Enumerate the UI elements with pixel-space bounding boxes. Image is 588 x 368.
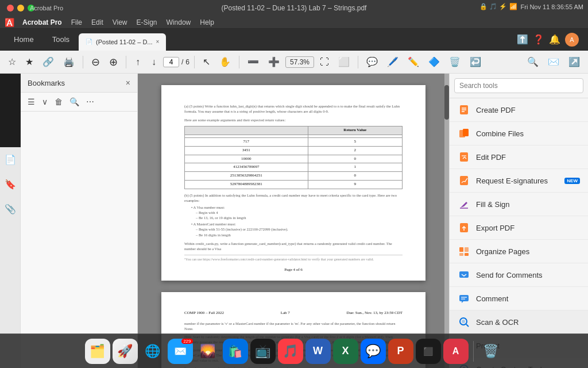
dock-powerpoint[interactable]: P	[388, 339, 413, 364]
page-number-input[interactable]	[163, 57, 179, 67]
dock-excel[interactable]: X	[333, 339, 358, 364]
bookmarks-close-btn[interactable]: ×	[126, 78, 130, 87]
sidebar-pages-icon[interactable]: 📄	[2, 152, 18, 167]
notifications-icon[interactable]: 🔔	[549, 34, 560, 45]
zoom-in-btn[interactable]: ⊕	[106, 53, 121, 71]
dock-messenger[interactable]: 💬	[361, 339, 386, 364]
svg-rect-13	[465, 247, 469, 252]
mail-btn[interactable]: ✉️	[544, 54, 563, 70]
marquee-zoom-btn[interactable]: ⬜	[335, 54, 353, 70]
export-pdf-icon	[458, 221, 470, 234]
draw-btn[interactable]: ✏️	[404, 54, 423, 70]
share-toolbar-btn[interactable]: ↗️	[565, 54, 583, 70]
tool-comment[interactable]: Comment	[450, 287, 588, 310]
dock-finder[interactable]: 🗂️	[85, 339, 110, 364]
bookmarks-title: Bookmarks	[28, 79, 65, 87]
bookmark-page-btn[interactable]: ☆	[5, 54, 20, 70]
menu-file[interactable]: File	[68, 17, 86, 28]
help-icon[interactable]: ❓	[533, 34, 544, 45]
bookmark-expand-btn[interactable]: ∨	[40, 96, 50, 108]
tool-create-pdf[interactable]: Create PDF	[450, 98, 588, 122]
tool-edit-pdf[interactable]: Edit PDF	[450, 145, 588, 169]
tool-scan-ocr[interactable]: Scan & OCR	[450, 310, 588, 334]
cursor-tool[interactable]: ↖	[199, 54, 214, 70]
zoom-level[interactable]: 57.3%	[285, 56, 314, 68]
minus-tool[interactable]: ➖	[244, 54, 262, 70]
prev-page-btn[interactable]: ↑	[131, 55, 145, 70]
menu-esign[interactable]: E-Sign	[133, 17, 161, 28]
menu-edit[interactable]: Edit	[88, 17, 107, 28]
right-panel: Create PDF Combine Files Edit PDF Reques…	[449, 74, 588, 368]
dock-trash[interactable]: 🗑️	[478, 339, 504, 364]
dock-word[interactable]: W	[305, 339, 331, 364]
close-button[interactable]	[7, 5, 14, 12]
svg-rect-17	[459, 295, 469, 301]
tab-close-btn[interactable]: ×	[156, 39, 160, 45]
menu-view[interactable]: View	[109, 17, 131, 28]
dock-mail[interactable]: ✉️ 229	[168, 339, 193, 364]
user-avatar[interactable]: A	[565, 33, 579, 47]
tool-combine-files[interactable]: Combine Files	[450, 122, 588, 145]
bookmark-list-view[interactable]: ☰	[25, 96, 37, 108]
print-btn[interactable]: 🖨️	[60, 54, 78, 70]
search-tools-input[interactable]	[454, 78, 583, 93]
tool-organize-pages[interactable]: Organize Pages	[450, 240, 588, 263]
undo-btn[interactable]: ↩️	[466, 54, 485, 70]
tab-home[interactable]: Home	[5, 32, 43, 47]
bookmark-delete-btn[interactable]: 🗑	[52, 96, 65, 108]
svg-line-23	[466, 324, 469, 327]
plus-tool[interactable]: ➕	[265, 54, 283, 70]
dock-launchpad[interactable]: 🚀	[113, 339, 138, 364]
separator-1	[83, 56, 83, 68]
page4-footnote: ¹You can use https://www.freeformatter.c…	[184, 255, 403, 262]
table-col-return: Return Value	[308, 126, 402, 135]
favorite-btn[interactable]: ★	[22, 54, 37, 70]
search-btn[interactable]: 🔍	[524, 54, 542, 70]
sidebar-bookmarks-icon[interactable]: 🔖	[2, 177, 18, 192]
dock-terminal[interactable]: ⬛	[416, 339, 441, 364]
delete-btn[interactable]: 🗑️	[446, 54, 464, 70]
svg-rect-15	[465, 253, 469, 256]
stamp-btn[interactable]: 🔷	[425, 54, 443, 70]
tool-request-esignatures[interactable]: Request E-signatures NEW	[450, 169, 588, 193]
tab-active-document[interactable]: 📄 (Posted 11-02 – D... ×	[79, 33, 166, 51]
tool-fill-sign[interactable]: Fill & Sign	[450, 193, 588, 216]
tool-export-pdf[interactable]: Export PDF	[450, 216, 588, 240]
separator-3	[194, 56, 195, 68]
share-icon[interactable]: ⬆️	[517, 34, 528, 45]
page4-mc-sub1: – Begin with 51-55 (inclusive) or 222100…	[196, 227, 403, 232]
highlight-btn[interactable]: 🖊️	[384, 54, 402, 70]
edit-pdf-icon	[458, 151, 470, 163]
dock-photos[interactable]: 🌄	[195, 339, 220, 364]
bookmark-search-btn[interactable]: 🔍	[67, 96, 82, 108]
menu-window[interactable]: Window	[163, 17, 195, 28]
page4b-header-left: COMP 1900 – Fall 2022	[184, 310, 224, 316]
next-page-btn[interactable]: ↓	[147, 55, 161, 70]
dock-chrome[interactable]: 🌐	[140, 339, 165, 364]
pdf-viewer[interactable]: (a) (5 points) Write a function luhn_las…	[138, 74, 449, 368]
zoom-out-btn[interactable]: ⊖	[88, 53, 103, 71]
svg-rect-8	[460, 176, 468, 185]
dock-apple-tv[interactable]: 📺	[250, 339, 276, 364]
sidebar-paperclip-icon[interactable]: 📎	[2, 201, 18, 217]
scrollbar-track[interactable]	[444, 74, 449, 368]
dock-music[interactable]: 🎵	[278, 339, 303, 364]
dock-acrobat[interactable]: A	[443, 339, 469, 364]
request-esig-icon	[458, 174, 470, 187]
organize-pages-icon	[458, 245, 470, 258]
tool-send-for-comments[interactable]: Send for Comments	[450, 263, 588, 287]
comment-btn[interactable]: 💬	[363, 54, 381, 70]
minimize-button[interactable]	[17, 5, 24, 12]
separator-2	[126, 56, 126, 68]
bookmark-more-btn[interactable]: ⋯	[84, 96, 96, 108]
tab-tools[interactable]: Tools	[43, 32, 79, 47]
scrollbar-thumb[interactable]	[444, 85, 449, 120]
svg-rect-16	[459, 271, 469, 278]
dock-appstore[interactable]: 🛍️	[223, 339, 248, 364]
fit-page-btn[interactable]: ⛶	[316, 55, 332, 70]
menu-help[interactable]: Help	[196, 17, 218, 28]
hand-tool[interactable]: ✋	[216, 54, 234, 70]
attach-btn[interactable]: 🔗	[39, 54, 57, 70]
page4b-header-right: Due: Sun., Nov. 13, by 23:59 CDT	[346, 310, 403, 316]
window-title: (Posted 11-02 – Due 11-13) Lab 7 – Strin…	[222, 4, 367, 12]
